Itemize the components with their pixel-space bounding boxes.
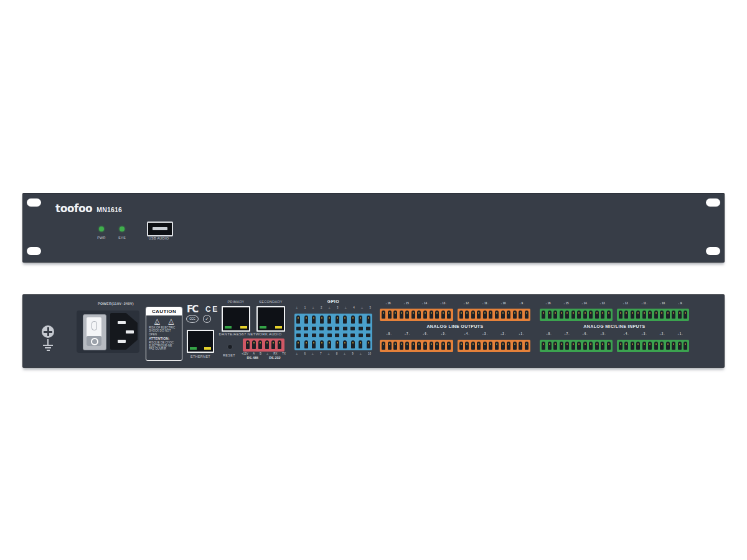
iec-power-inlet (110, 313, 138, 350)
screw-terminal (382, 342, 385, 350)
screw-terminal (648, 342, 652, 350)
screw-terminal (430, 342, 433, 350)
warning-triangle-bolt-icon: △↯ (154, 317, 160, 325)
usb-audio-label: USB AUDIO (139, 236, 178, 240)
screw-terminal (388, 310, 392, 319)
screw-terminal (441, 342, 445, 350)
screw-terminal (417, 310, 421, 319)
screw-terminal (589, 342, 593, 350)
channel-label: +3- (641, 332, 646, 335)
wire-port (335, 327, 339, 330)
screw-terminal (513, 310, 517, 319)
primary-port (222, 306, 250, 332)
power-switch (83, 314, 106, 350)
channel-label-row: +8-+7-+6-+5-+4-+3-+2-+1- (380, 332, 530, 335)
screw-terminal (565, 342, 569, 350)
screw-terminal (577, 342, 581, 350)
power-inlet-module (77, 310, 139, 353)
screw-terminal (501, 342, 505, 350)
channel-label: +15- (563, 302, 570, 305)
rack-mount-hole (27, 247, 41, 255)
screw-terminal (525, 342, 529, 350)
screw-terminal (619, 310, 622, 319)
screw-terminal (336, 315, 339, 324)
wire-port (296, 327, 301, 330)
primary-label: PRIMARY (222, 300, 250, 304)
channel-label: +12- (464, 302, 471, 305)
channel-label: +1- (519, 332, 524, 335)
screw-terminal (459, 310, 463, 319)
wire-port (319, 334, 324, 337)
screw-terminal (320, 340, 324, 348)
screw-terminal (343, 315, 347, 324)
channel-label: +14- (581, 302, 588, 305)
pin-label: 6 (304, 352, 306, 355)
screw-terminal (477, 310, 481, 319)
link-led (260, 326, 266, 329)
screw-terminal (393, 310, 397, 319)
gpio-title: GPIO (294, 299, 372, 304)
channel-label: +5- (441, 332, 446, 335)
screw-terminal (678, 342, 682, 350)
screw-terminal (278, 340, 281, 349)
screw-terminal (252, 340, 256, 349)
screw-terminal (405, 342, 409, 350)
screw-terminal (607, 342, 611, 350)
pin-label: A (253, 352, 255, 355)
wire-port (359, 334, 363, 337)
screw-terminal (631, 342, 634, 350)
channel-label: +15- (404, 302, 411, 305)
screw-terminal (471, 342, 475, 350)
terminal-strip (380, 309, 530, 321)
screw-terminal (471, 310, 475, 319)
screw-terminal (654, 342, 658, 350)
secondary-port (256, 306, 285, 332)
screw-terminal (489, 342, 492, 350)
screw-terminal (642, 342, 646, 350)
screw-terminal (631, 310, 634, 319)
wire-port (304, 327, 308, 330)
ethernet-label: ETHERNET (187, 355, 214, 358)
analog-inputs-title: ANALOG MIC/LINE INPUTS (540, 324, 689, 329)
pin-label: 10 (368, 352, 371, 355)
caution-label: CAUTION △↯ △! RISK OF ELECTRIC SHOCK DO … (146, 307, 182, 361)
wire-port (359, 327, 363, 330)
channel-label: +10- (500, 302, 507, 305)
screw-terminal (560, 342, 563, 350)
screw-terminal (666, 310, 670, 319)
screw-terminal (459, 342, 463, 350)
screw-terminal (565, 310, 569, 319)
pin-label: 1 (304, 306, 306, 309)
screw-terminal (636, 342, 640, 350)
pin-label: 7 (320, 352, 322, 355)
pin-label: B (260, 352, 261, 355)
pin-label: TX (282, 352, 286, 355)
pin-label: 5 (369, 306, 371, 309)
screw-terminal (435, 342, 439, 350)
screw-terminal (548, 342, 552, 350)
screw-terminal (589, 310, 593, 319)
rack-mount-hole (706, 247, 720, 255)
screw-terminal (672, 342, 675, 350)
warning-triangle-exclaim-icon: △! (168, 317, 174, 325)
caution-title: CAUTION (146, 307, 182, 315)
channel-label: +8- (387, 332, 392, 335)
screw-terminal (400, 342, 403, 350)
ground-symbol-icon (42, 339, 54, 352)
screw-terminal (447, 342, 451, 350)
act-led (240, 326, 247, 329)
screw-terminal (548, 310, 552, 319)
analog-outputs-title: ANALOG LINE OUTPUTS (380, 324, 530, 329)
wire-port (312, 327, 316, 330)
pin-label: +12V (242, 352, 248, 355)
screw-terminal (684, 310, 687, 319)
pin-label: RX (273, 352, 277, 355)
channel-label: +14- (422, 302, 429, 305)
channel-label: +6- (582, 332, 587, 335)
pin-label: 3 (337, 306, 339, 309)
wire-port (327, 327, 332, 330)
screw-terminal (583, 342, 587, 350)
screw-terminal (513, 342, 517, 350)
wire-port (319, 327, 324, 330)
pin-label: 9 (352, 352, 354, 355)
